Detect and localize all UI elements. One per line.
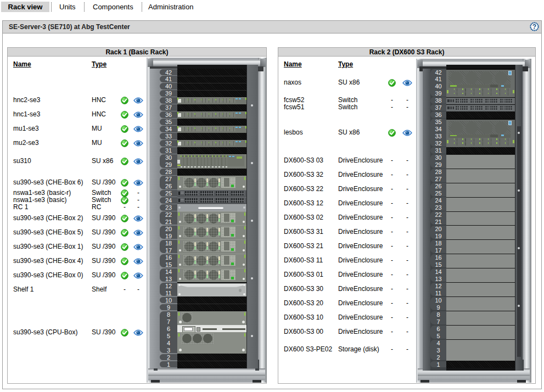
svg-text:?: ? xyxy=(532,23,536,31)
